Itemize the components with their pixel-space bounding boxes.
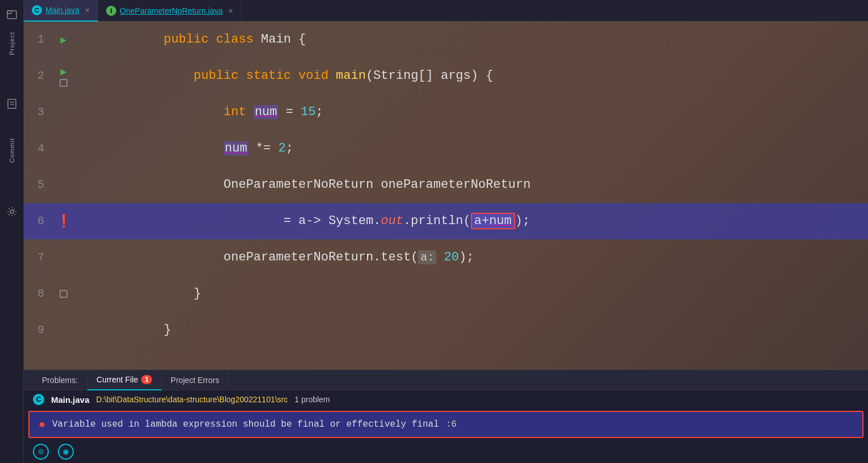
problems-tab-project[interactable]: Project Errors [162, 370, 229, 390]
line-number-6: 6 [24, 203, 53, 239]
current-file-count: 1 [141, 375, 152, 384]
project-errors-label: Project Errors [171, 376, 220, 385]
sidebar-icon-project[interactable] [2, 5, 22, 25]
line-number-9: 9 [24, 312, 53, 348]
sidebar-icon-settings[interactable] [2, 201, 22, 222]
code-area-wrapper: C Main.java × I OneParameterNoReturn.jav… [24, 0, 868, 369]
problems-panel: Problems: Current File 1 Project Errors … [24, 369, 868, 463]
problems-tab-label: Problems: [33, 370, 87, 390]
eye-icon[interactable]: ◉ [58, 444, 74, 460]
svg-point-5 [10, 210, 14, 213]
sidebar-label-project[interactable]: Project [9, 32, 15, 55]
code-editor: 1 ▶ public class Main { 2 ▶ [24, 22, 868, 369]
code-line-9: 9 } [24, 312, 868, 348]
error-location: :6 [446, 419, 457, 430]
target-icon[interactable]: ⊙ [33, 444, 49, 460]
tab-name-main-java: Main.java [45, 6, 79, 15]
bottom-icon-row: ⊙ ◉ [24, 440, 868, 463]
svg-rect-0 [7, 11, 16, 19]
problems-tabs-bar: Problems: Current File 1 Project Errors [24, 370, 868, 390]
run-arrow-2[interactable]: ▶ [61, 65, 67, 78]
line-number-7: 7 [24, 239, 53, 276]
problems-file-name: Main.java [51, 395, 90, 405]
error-message: Variable used in lambda expression shoul… [52, 419, 439, 430]
tabs-bar: C Main.java × I OneParameterNoReturn.jav… [24, 0, 868, 22]
line-gutter-1[interactable]: ▶ [53, 33, 74, 46]
problems-file-count: 1 problem [294, 395, 330, 404]
tab-name-one-param: OneParameterNoReturn.java [120, 6, 222, 15]
tab-icon-main-java: C [32, 5, 42, 15]
main-content: C Main.java × I OneParameterNoReturn.jav… [24, 0, 868, 463]
line-gutter-2[interactable]: ▶ [53, 65, 74, 87]
line-number-2: 2 [24, 58, 53, 94]
problems-tab-current[interactable]: Current File 1 [87, 370, 162, 390]
run-arrow-1[interactable]: ▶ [61, 33, 67, 46]
tab-main-java[interactable]: C Main.java × [24, 0, 98, 22]
tab-close-main-java[interactable]: × [85, 6, 90, 15]
problems-error-row: ● Variable used in lambda expression sho… [28, 411, 863, 438]
line-code-9: } [74, 276, 868, 369]
error-dot-icon: ● [39, 418, 45, 431]
problems-file-icon: C [33, 394, 44, 405]
sidebar-icon-file[interactable] [2, 94, 22, 114]
code-lines: 1 ▶ public class Main { 2 ▶ [24, 22, 868, 348]
line-gutter-6[interactable]: ❗ [53, 214, 74, 229]
line-number-8: 8 [24, 276, 53, 312]
svg-rect-1 [7, 11, 11, 14]
tab-one-param[interactable]: I OneParameterNoReturn.java × [98, 0, 242, 22]
tab-icon-one-param: I [106, 6, 116, 16]
current-file-label: Current File [96, 375, 138, 384]
svg-rect-2 [8, 99, 16, 108]
tab-close-one-param[interactable]: × [228, 6, 233, 15]
line-number-5: 5 [24, 167, 53, 203]
problems-label: Problems: [42, 376, 78, 385]
line-number-3: 3 [24, 94, 53, 131]
sidebar: Project Commit [0, 0, 24, 463]
problems-file-row: C Main.java D:\bit\DataStructure\data-st… [24, 390, 868, 409]
line-number-4: 4 [24, 131, 53, 167]
problems-file-path: D:\bit\DataStructure\data-structure\Blog… [96, 395, 288, 404]
warning-icon-6[interactable]: ❗ [56, 214, 71, 229]
line-number-1: 1 [24, 22, 53, 58]
line-gutter-8 [53, 290, 74, 298]
sidebar-label-commit[interactable]: Commit [9, 138, 15, 163]
